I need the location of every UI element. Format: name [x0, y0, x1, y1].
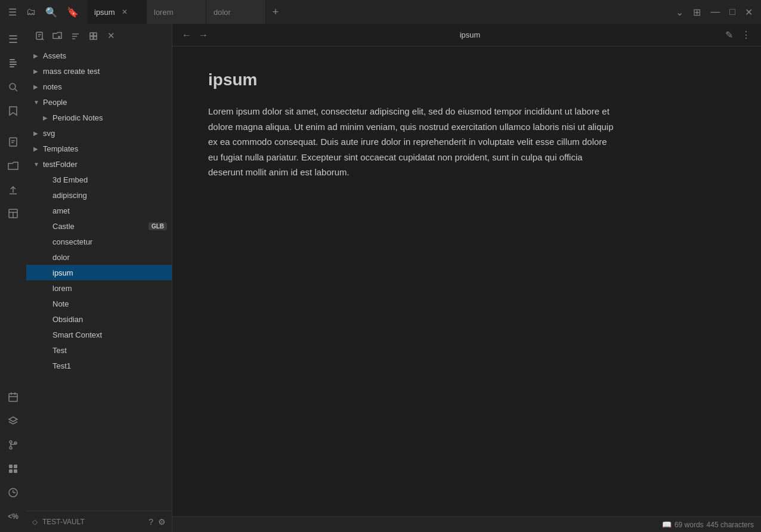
- tab-ipsum-close[interactable]: ✕: [120, 7, 129, 17]
- sidebar-item-ipsum[interactable]: ▶ ipsum: [26, 265, 172, 280]
- minimize-button[interactable]: —: [707, 4, 723, 20]
- window-controls: ☰ 🗂 🔍 🔖: [0, 4, 87, 20]
- tab-lorem-label: lorem: [154, 8, 174, 17]
- vault-icon: ◇: [32, 518, 38, 526]
- activity-sidebar[interactable]: ☰: [2, 29, 24, 50]
- sidebar-item-periodic-notes-label: Periodic Notes: [52, 113, 167, 122]
- arrow-icon: ▶: [33, 68, 41, 75]
- svg-rect-30: [36, 32, 42, 39]
- sidebar-item-castle-label: Castle: [52, 222, 146, 231]
- add-tab-button[interactable]: +: [266, 0, 285, 24]
- activity-files[interactable]: [2, 52, 24, 74]
- sidebar-item-consectetur[interactable]: ▶ consectetur: [26, 234, 172, 249]
- sidebar-item-assets-label: Assets: [43, 51, 167, 60]
- bookmark-icon[interactable]: 🔖: [63, 4, 82, 20]
- activity-layers[interactable]: [2, 410, 24, 432]
- sidebar-item-amet-label: amet: [52, 206, 167, 215]
- word-count: 69 words: [675, 521, 704, 529]
- sidebar-item-svg[interactable]: ▶ svg: [26, 125, 172, 141]
- sidebar-item-castle[interactable]: ▶ Castle GLB: [26, 218, 172, 234]
- sidebar-item-obsidian-label: Obsidian: [52, 315, 167, 324]
- activity-percent[interactable]: <%: [2, 506, 24, 527]
- sidebar-item-notes-label: notes: [43, 82, 167, 91]
- tab-ipsum[interactable]: ipsum ✕: [87, 0, 147, 24]
- char-count: 445 characters: [707, 521, 754, 529]
- activity-git[interactable]: [2, 434, 24, 456]
- tabs-dropdown[interactable]: ⌄: [672, 4, 687, 20]
- maximize-button[interactable]: □: [726, 4, 739, 20]
- sidebar-item-smart-context[interactable]: ▶ Smart Context: [26, 327, 172, 342]
- editor-content[interactable]: ipsum Lorem ipsum dolor sit amet, consec…: [172, 47, 761, 516]
- back-button[interactable]: ←: [180, 29, 194, 42]
- help-icon[interactable]: ?: [149, 517, 153, 527]
- sidebar-item-note[interactable]: ▶ Note: [26, 296, 172, 311]
- arrow-down-icon: ▼: [33, 99, 41, 106]
- svg-point-20: [10, 447, 12, 449]
- svg-rect-6: [10, 138, 17, 146]
- settings-icon[interactable]: ⚙: [158, 517, 166, 527]
- sidebar-item-3d-embed-label: 3d Embed: [52, 175, 167, 184]
- search-icon[interactable]: 🔍: [42, 4, 61, 20]
- edit-icon[interactable]: ✎: [722, 28, 736, 42]
- svg-line-5: [15, 89, 17, 91]
- svg-rect-1: [10, 61, 17, 63]
- arrow-icon: ▶: [33, 146, 41, 152]
- sidebar-item-mass-create-test[interactable]: ▶ mass create test: [26, 63, 172, 79]
- activity-calendar[interactable]: [2, 386, 24, 408]
- sidebar-item-lorem[interactable]: ▶ lorem: [26, 280, 172, 296]
- files-icon[interactable]: 🗂: [23, 4, 39, 20]
- activity-clock[interactable]: [2, 482, 24, 503]
- svg-point-4: [10, 83, 16, 89]
- svg-rect-24: [14, 465, 17, 468]
- svg-rect-23: [9, 465, 13, 468]
- svg-rect-26: [14, 469, 17, 473]
- castle-badge: GLB: [149, 222, 167, 230]
- sidebar-item-obsidian[interactable]: ▶ Obsidian: [26, 311, 172, 327]
- activity-bookmark[interactable]: [2, 100, 24, 122]
- activity-new-note[interactable]: [2, 131, 24, 153]
- sidebar-item-3d-embed[interactable]: ▶ 3d Embed: [26, 172, 172, 187]
- svg-rect-25: [9, 469, 13, 473]
- sidebar-item-testfolder-label: testFolder: [43, 160, 167, 169]
- activity-apps[interactable]: [2, 458, 24, 480]
- more-options-icon[interactable]: ⋮: [738, 28, 754, 42]
- title-bar-right: ⌄ ⊞ — □ ✕: [667, 4, 761, 20]
- close-button[interactable]: ✕: [741, 4, 756, 20]
- svg-point-19: [10, 441, 12, 443]
- sort-toolbar-btn[interactable]: [67, 27, 83, 44]
- document-body[interactable]: Lorem ipsum dolor sit amet, consectetur …: [208, 104, 614, 180]
- sidebar-item-people[interactable]: ▼ People: [26, 94, 172, 110]
- activity-layout[interactable]: [2, 203, 24, 224]
- forward-button[interactable]: →: [196, 29, 211, 42]
- tab-dolor[interactable]: dolor: [206, 0, 266, 24]
- svg-rect-3: [10, 66, 14, 67]
- svg-rect-14: [9, 394, 17, 401]
- sidebar-item-notes[interactable]: ▶ notes: [26, 79, 172, 94]
- arrow-icon: ▶: [43, 115, 50, 121]
- split-editor[interactable]: ⊞: [689, 4, 704, 20]
- svg-rect-2: [10, 64, 17, 65]
- close-sidebar-btn[interactable]: ✕: [103, 27, 119, 44]
- collapse-toolbar-btn[interactable]: [85, 27, 101, 44]
- sidebar-item-assets[interactable]: ▶ Assets: [26, 48, 172, 63]
- new-folder-toolbar-btn[interactable]: [49, 27, 66, 44]
- sidebar-item-templates[interactable]: ▶ Templates: [26, 141, 172, 156]
- sidebar-item-testfolder[interactable]: ▼ testFolder: [26, 156, 172, 172]
- sidebar-item-amet[interactable]: ▶ amet: [26, 203, 172, 218]
- editor-area: ← → ipsum ✎ ⋮ ipsum Lorem ipsum dolor si…: [172, 24, 761, 532]
- sidebar-item-periodic-notes[interactable]: ▶ Periodic Notes: [26, 110, 172, 125]
- sidebar-item-test[interactable]: ▶ Test: [26, 342, 172, 358]
- activity-folder[interactable]: [2, 155, 24, 177]
- tab-lorem[interactable]: lorem: [147, 0, 206, 24]
- new-note-toolbar-btn[interactable]: [31, 27, 48, 44]
- sidebar-item-test1[interactable]: ▶ Test1: [26, 358, 172, 373]
- svg-rect-42: [94, 36, 97, 39]
- tab-ipsum-label: ipsum: [94, 8, 115, 17]
- sidebar-icon[interactable]: ☰: [5, 4, 20, 20]
- activity-upload[interactable]: [2, 179, 24, 200]
- sidebar-item-adipiscing[interactable]: ▶ adipiscing: [26, 187, 172, 203]
- sidebar-toolbar: ✕: [26, 24, 172, 48]
- sidebar-item-dolor[interactable]: ▶ dolor: [26, 249, 172, 265]
- sidebar-footer: ◇ TEST-VAULT ? ⚙: [26, 511, 172, 532]
- activity-search[interactable]: [2, 76, 24, 98]
